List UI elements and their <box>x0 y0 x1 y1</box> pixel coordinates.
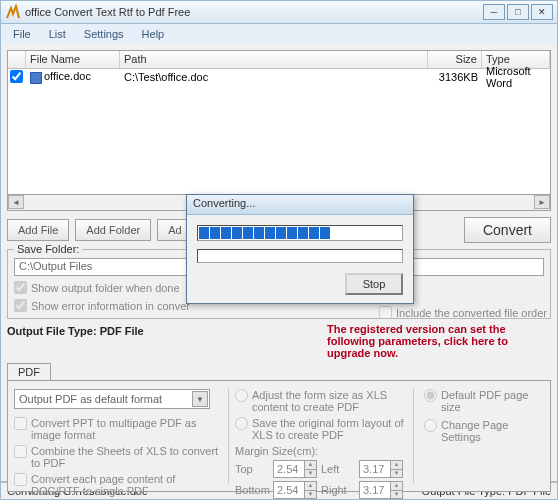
col-filename[interactable]: File Name <box>26 51 120 68</box>
radio-default-size[interactable] <box>424 389 437 402</box>
app-icon <box>5 4 21 20</box>
output-format-select[interactable]: Output PDF as default format ▼ <box>14 389 210 409</box>
doc-icon <box>30 72 42 84</box>
menu-bar: File List Settings Help <box>0 24 558 44</box>
margin-top-input[interactable]: 2.54▲▼ <box>273 460 317 478</box>
menu-list[interactable]: List <box>41 26 74 42</box>
margin-bottom-input[interactable]: 2.54▲▼ <box>273 481 317 499</box>
show-error-checkbox[interactable] <box>14 299 27 312</box>
progress-bar-2 <box>197 249 403 263</box>
show-output-checkbox[interactable] <box>14 281 27 294</box>
title-bar: office Convert Text Rtf to Pdf Free ─ □ … <box>0 0 558 24</box>
list-header: File Name Path Size Type <box>8 51 550 69</box>
radio-adjust-form[interactable] <box>235 389 248 402</box>
stop-button[interactable]: Stop <box>345 273 403 295</box>
add-file-button[interactable]: Add File <box>7 219 69 241</box>
chevron-down-icon[interactable]: ▼ <box>192 391 208 407</box>
minimize-button[interactable]: ─ <box>483 4 505 20</box>
window-title: office Convert Text Rtf to Pdf Free <box>25 6 483 18</box>
menu-help[interactable]: Help <box>134 26 173 42</box>
include-order-checkbox[interactable] <box>379 306 392 319</box>
progress-bar <box>197 225 403 241</box>
scroll-right-icon[interactable]: ► <box>534 195 550 209</box>
radio-save-original[interactable] <box>235 417 248 430</box>
output-type-label: Output File Type: PDF File <box>7 325 307 337</box>
menu-settings[interactable]: Settings <box>76 26 132 42</box>
margin-right-input[interactable]: 3.17▲▼ <box>359 481 403 499</box>
upgrade-link[interactable]: The registered version can set the follo… <box>327 323 551 359</box>
convert-button[interactable]: Convert <box>464 217 551 243</box>
table-row[interactable]: office.doc C:\Test\office.doc 3136KB Mic… <box>8 69 550 85</box>
margin-label: Margin Size(cm): <box>235 445 407 457</box>
dialog-title: Converting... <box>187 195 413 215</box>
scroll-left-icon[interactable]: ◄ <box>8 195 24 209</box>
margin-left-input[interactable]: 3.17▲▼ <box>359 460 403 478</box>
file-list[interactable]: File Name Path Size Type office.doc C:\T… <box>7 50 551 195</box>
chk-ppt-multipage[interactable] <box>14 417 27 430</box>
chk-each-page[interactable] <box>14 473 27 486</box>
col-size[interactable]: Size <box>428 51 482 68</box>
row-checkbox[interactable] <box>10 70 23 83</box>
save-folder-legend: Save Folder: <box>14 243 82 255</box>
close-button[interactable]: ✕ <box>531 4 553 20</box>
col-path[interactable]: Path <box>120 51 428 68</box>
add-folder-button[interactable]: Add Folder <box>75 219 151 241</box>
converting-dialog: Converting... Stop <box>186 194 414 304</box>
radio-change-settings[interactable] <box>424 419 437 432</box>
maximize-button[interactable]: □ <box>507 4 529 20</box>
tab-pdf[interactable]: PDF <box>7 363 51 380</box>
chk-combine-xls[interactable] <box>14 445 27 458</box>
menu-file[interactable]: File <box>5 26 39 42</box>
button-3[interactable]: Ad <box>157 219 187 241</box>
